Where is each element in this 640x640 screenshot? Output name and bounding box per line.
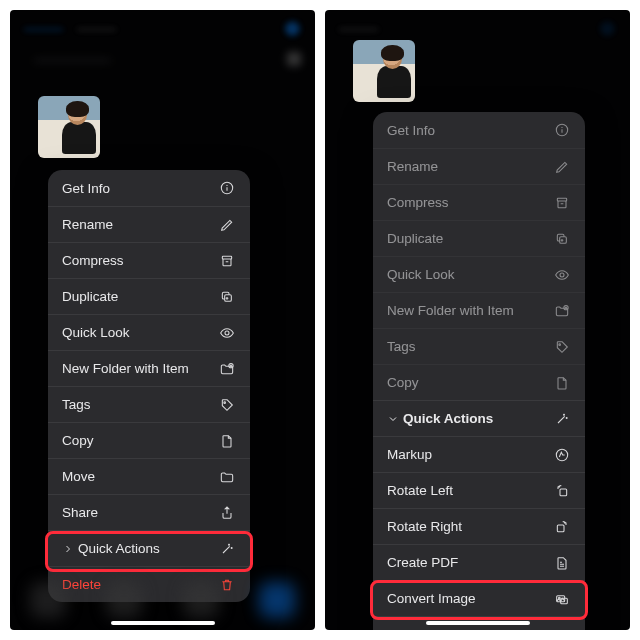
svg-point-14: [556, 449, 567, 460]
context-menu: Get InfoRenameCompressDuplicateQuick Loo…: [48, 170, 250, 602]
doc-icon: [218, 432, 236, 450]
pdf-icon: [553, 554, 571, 572]
rotright-icon: [553, 518, 571, 536]
archive-icon: [218, 252, 236, 270]
eye-icon: [553, 266, 571, 284]
svg-rect-16: [557, 525, 564, 532]
menu-item-get-info: Get Info: [373, 112, 585, 148]
menu-item-quick-look[interactable]: Quick Look: [48, 314, 250, 350]
share-icon: [218, 504, 236, 522]
folder-icon: [218, 468, 236, 486]
convert-icon: [553, 590, 571, 608]
svg-rect-2: [222, 256, 231, 259]
doc-icon: [553, 374, 571, 392]
wand-icon: [218, 540, 236, 558]
svg-point-6: [224, 401, 226, 403]
menu-item-label: New Folder with Item: [62, 361, 189, 376]
menu-item-new-folder-with-item: New Folder with Item: [373, 292, 585, 328]
svg-rect-15: [560, 489, 567, 496]
menu-item-label: Quick Look: [62, 325, 130, 340]
menu-item-label: Move: [62, 469, 95, 484]
menu-item-compress: Compress: [373, 184, 585, 220]
svg-rect-9: [557, 198, 566, 201]
menu-item-duplicate[interactable]: Duplicate: [48, 278, 250, 314]
menu-item-label: Tags: [62, 397, 91, 412]
top-bar: ——————⊕: [10, 10, 315, 46]
tag-icon: [553, 338, 571, 356]
file-thumbnail: [38, 96, 100, 158]
menu-item-label: Rotate Left: [387, 483, 453, 498]
menu-item-new-folder-with-item[interactable]: New Folder with Item: [48, 350, 250, 386]
menu-item-label: Rotate Right: [387, 519, 462, 534]
menu-section-quick-actions[interactable]: Quick Actions: [373, 400, 585, 436]
svg-point-4: [225, 331, 229, 335]
menu-item-rotate-left[interactable]: Rotate Left: [373, 472, 585, 508]
menu-item-rotate-right[interactable]: Rotate Right: [373, 508, 585, 544]
newfolder-icon: [553, 302, 571, 320]
rotleft-icon: [553, 482, 571, 500]
context-menu-expanded: Get InfoRenameCompressDuplicateQuick Loo…: [373, 112, 585, 630]
pencil-icon: [218, 216, 236, 234]
menu-item-label: Copy: [62, 433, 94, 448]
menu-item-label: Duplicate: [387, 231, 443, 246]
chevron-down-icon: [387, 413, 399, 425]
menu-item-move[interactable]: Move: [48, 458, 250, 494]
menu-item-label: Get Info: [62, 181, 110, 196]
menu-item-compress[interactable]: Compress: [48, 242, 250, 278]
menu-item-share[interactable]: Share: [48, 494, 250, 530]
phone-left: ——————⊕ ——————— Get InfoRenameCompressDu…: [10, 10, 315, 630]
eye-icon: [218, 324, 236, 342]
home-indicator: [426, 621, 530, 625]
newfolder-icon: [218, 360, 236, 378]
menu-item-duplicate: Duplicate: [373, 220, 585, 256]
menu-item-label: Quick Actions: [78, 541, 160, 556]
menu-item-label: Compress: [62, 253, 124, 268]
svg-point-8: [561, 127, 562, 128]
svg-point-1: [226, 185, 227, 186]
markup-icon: [553, 446, 571, 464]
menu-item-label: Share: [62, 505, 98, 520]
wand-icon: [553, 410, 571, 428]
menu-item-tags: Tags: [373, 328, 585, 364]
removebg-icon: [553, 626, 571, 631]
menu-item-quick-look: Quick Look: [373, 256, 585, 292]
menu-item-rename: Rename: [373, 148, 585, 184]
duplicate-icon: [553, 230, 571, 248]
menu-item-label: Compress: [387, 195, 449, 210]
menu-item-label: New Folder with Item: [387, 303, 514, 318]
menu-item-label: Quick Look: [387, 267, 455, 282]
file-thumbnail: [353, 40, 415, 102]
menu-item-convert-image[interactable]: Convert Image: [373, 580, 585, 616]
menu-item-label: Remove Background: [387, 627, 513, 630]
info-icon: [553, 121, 571, 139]
archive-icon: [553, 194, 571, 212]
menu-item-get-info[interactable]: Get Info: [48, 170, 250, 206]
menu-item-label: Rename: [62, 217, 113, 232]
menu-item-tags[interactable]: Tags: [48, 386, 250, 422]
menu-item-quick-actions[interactable]: Quick Actions: [48, 530, 250, 566]
menu-item-label: Copy: [387, 375, 419, 390]
tag-icon: [218, 396, 236, 414]
chevron-right-icon: [62, 543, 74, 555]
menu-item-label: Duplicate: [62, 289, 118, 304]
duplicate-icon: [218, 288, 236, 306]
menu-item-markup[interactable]: Markup: [373, 436, 585, 472]
menu-item-label: Get Info: [387, 123, 435, 138]
menu-item-label: Markup: [387, 447, 432, 462]
menu-item-create-pdf[interactable]: Create PDF: [373, 544, 585, 580]
pencil-icon: [553, 158, 571, 176]
menu-item-label: Quick Actions: [403, 411, 493, 426]
menu-item-label: Convert Image: [387, 591, 476, 606]
file-row-blurred: ———————: [10, 46, 315, 72]
svg-point-13: [559, 343, 561, 345]
menu-item-label: Tags: [387, 339, 416, 354]
phone-right: ———⊕ Get InfoRenameCompressDuplicateQuic…: [325, 10, 630, 630]
menu-item-label: Rename: [387, 159, 438, 174]
home-indicator: [111, 621, 215, 625]
menu-item-rename[interactable]: Rename: [48, 206, 250, 242]
info-icon: [218, 179, 236, 197]
menu-item-copy[interactable]: Copy: [48, 422, 250, 458]
svg-point-11: [560, 273, 564, 277]
menu-item-copy: Copy: [373, 364, 585, 400]
menu-item-label: Create PDF: [387, 555, 458, 570]
